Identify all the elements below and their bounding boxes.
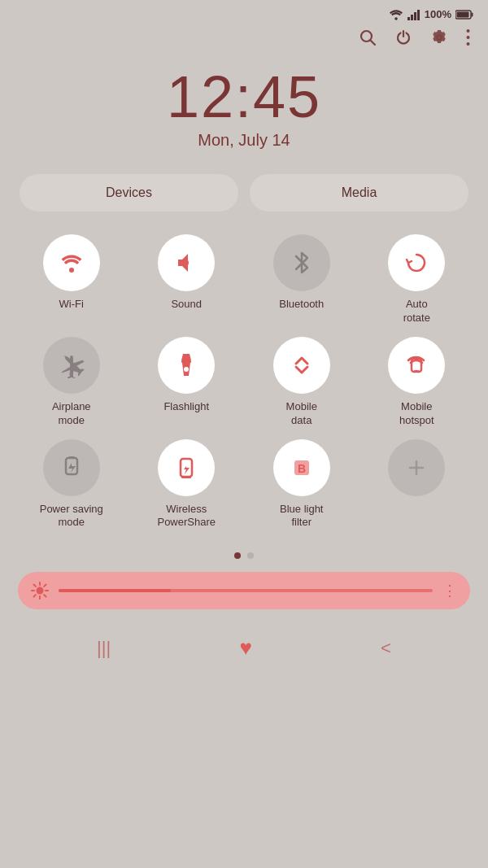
qs-add[interactable] <box>364 439 471 530</box>
tab-media[interactable]: Media <box>250 174 468 212</box>
qs-mobiledata-label: Mobile data <box>286 400 317 428</box>
qs-powersaving-label: Power saving mode <box>40 503 103 530</box>
qs-powersaving[interactable]: Power saving mode <box>18 439 125 530</box>
svg-rect-4 <box>417 10 420 20</box>
svg-point-12 <box>467 42 470 46</box>
svg-point-13 <box>69 268 74 273</box>
svg-rect-6 <box>472 12 473 16</box>
qs-sound-circle <box>158 234 215 291</box>
brightness-more-icon[interactable]: ⋮ <box>442 582 457 600</box>
qs-add-circle <box>388 439 445 496</box>
wifi-status-icon <box>389 9 403 20</box>
qs-mobiledata-circle <box>273 337 330 394</box>
svg-text:B: B <box>298 462 306 475</box>
battery-text: 100% <box>425 8 451 20</box>
qs-autorotate[interactable]: Auto rotate <box>364 234 471 325</box>
qs-bluetooth-circle <box>273 234 330 291</box>
qs-wifi-circle <box>43 234 100 291</box>
bottom-nav: ||| ♥ < <box>0 624 488 672</box>
dot-2 <box>247 552 254 559</box>
status-bar: 100% <box>0 0 488 25</box>
recent-apps-icon[interactable]: ||| <box>97 638 111 659</box>
top-actions <box>0 25 488 59</box>
quick-settings-grid: Wi-Fi Sound Bluetooth Auto rotate <box>0 234 488 547</box>
svg-rect-3 <box>414 12 416 20</box>
power-icon[interactable] <box>394 28 412 46</box>
back-icon[interactable]: < <box>381 638 391 659</box>
pagination-dots <box>0 547 488 572</box>
qs-airplane-label: Airplane mode <box>52 400 91 428</box>
svg-rect-14 <box>181 360 191 363</box>
qs-mobilehotspot[interactable]: Mobile hotspot <box>364 337 471 428</box>
svg-line-32 <box>44 585 46 587</box>
battery-icon <box>455 10 473 20</box>
qs-powersaving-circle <box>43 439 100 496</box>
qs-bluetooth-label: Bluetooth <box>279 298 324 312</box>
svg-point-10 <box>467 29 470 33</box>
qs-sound[interactable]: Sound <box>133 234 241 325</box>
qs-airplane[interactable]: Airplane mode <box>18 337 125 428</box>
svg-point-0 <box>394 17 398 20</box>
search-icon[interactable] <box>359 28 377 46</box>
svg-line-33 <box>34 595 36 596</box>
qs-bluelightfilter[interactable]: B Blue light filter <box>248 439 355 530</box>
qs-autorotate-circle <box>388 234 445 291</box>
clock-area: 12:45 Mon, July 14 <box>0 59 488 174</box>
qs-flashlight-circle <box>158 337 215 394</box>
qs-wifi-label: Wi-Fi <box>59 298 84 312</box>
status-icons: 100% <box>389 8 473 20</box>
svg-line-9 <box>371 41 376 46</box>
svg-point-15 <box>184 367 189 372</box>
qs-wirelesspowershare[interactable]: Wireless PowerShare <box>133 439 241 530</box>
qs-airplane-circle <box>43 337 100 394</box>
settings-icon[interactable] <box>430 28 448 46</box>
svg-line-31 <box>44 595 46 596</box>
qs-mobilehotspot-label: Mobile hotspot <box>399 400 434 428</box>
brightness-bar[interactable]: ⋮ <box>18 572 470 609</box>
clock-time: 12:45 <box>0 68 488 126</box>
qs-bluelightfilter-circle: B <box>273 439 330 496</box>
svg-rect-2 <box>411 15 413 20</box>
tab-row: Devices Media <box>0 174 488 234</box>
qs-bluelightfilter-label: Blue light filter <box>280 503 323 530</box>
qs-flashlight-label: Flashlight <box>163 400 209 414</box>
tab-devices[interactable]: Devices <box>20 174 238 212</box>
clock-date: Mon, July 14 <box>0 131 488 150</box>
qs-bluetooth[interactable]: Bluetooth <box>248 234 355 325</box>
qs-wirelesspowershare-circle <box>158 439 215 496</box>
svg-point-25 <box>37 587 44 595</box>
brightness-track[interactable] <box>59 589 433 592</box>
svg-rect-1 <box>407 17 410 20</box>
qs-mobiledata[interactable]: Mobile data <box>248 337 355 428</box>
qs-mobilehotspot-circle <box>388 337 445 394</box>
svg-rect-17 <box>414 370 419 372</box>
svg-rect-7 <box>457 11 469 17</box>
home-icon[interactable]: ♥ <box>239 635 251 661</box>
qs-wirelesspowershare-label: Wireless PowerShare <box>157 503 216 530</box>
brightness-icon <box>31 582 49 600</box>
qs-sound-label: Sound <box>171 298 202 312</box>
qs-flashlight[interactable]: Flashlight <box>133 337 241 428</box>
qs-autorotate-label: Auto rotate <box>403 298 430 325</box>
brightness-fill <box>59 589 171 592</box>
svg-point-11 <box>467 36 470 39</box>
dot-1 <box>234 552 241 559</box>
signal-icon <box>407 9 420 20</box>
svg-line-30 <box>34 585 36 587</box>
more-icon[interactable] <box>466 28 470 46</box>
qs-wifi[interactable]: Wi-Fi <box>18 234 125 325</box>
